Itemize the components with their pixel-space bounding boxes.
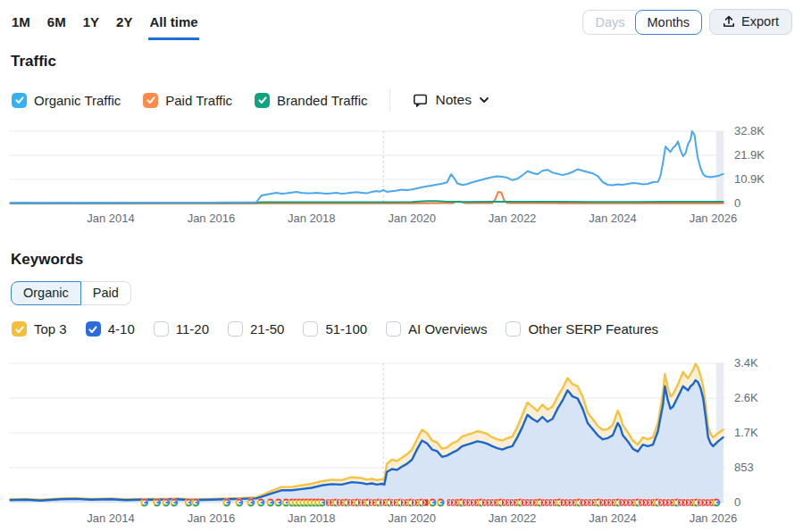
traffic-legend-label: Organic Traffic (34, 93, 121, 108)
keywords-type-toggle: OrganicPaid (11, 281, 131, 305)
x-axis-label: Jan 2024 (579, 511, 647, 525)
keywords-filter-label: 51-100 (325, 321, 367, 337)
keywords-filter-label: 21-50 (250, 321, 284, 337)
keywords-filter-label: AI Overviews (408, 321, 487, 337)
checkbox-top-3[interactable] (12, 321, 27, 337)
traffic-legend-label: Branded Traffic (277, 93, 367, 108)
y-axis-label: 0 (734, 495, 740, 509)
y-axis-label: 0 (734, 196, 740, 210)
y-axis-label: 21.9K (734, 148, 765, 162)
x-axis-label: Jan 2026 (679, 212, 747, 225)
y-axis-label: 2.6K (734, 391, 758, 404)
range-tab-1y[interactable]: 1Y (82, 12, 100, 40)
traffic-legend-paid-traffic[interactable]: Paid Traffic (143, 93, 232, 108)
keywords-filter-4-10[interactable]: 4-10 (86, 321, 135, 337)
x-axis-label: Jan 2018 (278, 212, 346, 225)
traffic-section-title: Traffic (11, 53, 56, 71)
range-tab-2y[interactable]: 2Y (115, 12, 133, 40)
serp-alert-icon[interactable] (422, 499, 429, 506)
organic-traffic-line (11, 131, 724, 203)
checkbox-ai-overviews[interactable] (386, 321, 401, 337)
keywords-filter-ai-overviews[interactable]: AI Overviews (386, 321, 487, 337)
range-tab-1m[interactable]: 1M (11, 12, 31, 40)
checkbox-51-100[interactable] (303, 321, 318, 337)
traffic-legend-items: Organic TrafficPaid TrafficBranded Traff… (12, 93, 367, 108)
granularity-toggle: Days Months (582, 10, 702, 35)
toolbar-right: Days Months Export (582, 9, 792, 35)
y-axis-label: 3.4K (734, 356, 758, 370)
keywords-filter-label: Top 3 (34, 321, 67, 337)
export-label: Export (741, 14, 779, 29)
keywords-filter-11-20[interactable]: 11-20 (154, 321, 209, 337)
keywords-section-title: Keywords (11, 251, 83, 269)
x-axis-label: Jan 2022 (479, 511, 547, 525)
notes-comment-icon (413, 93, 428, 108)
export-button[interactable]: Export (709, 9, 792, 35)
keywords-filter-row: Top 34-1011-2021-5051-100AI OverviewsOth… (12, 321, 658, 337)
traffic-chart[interactable] (0, 125, 803, 209)
y-axis-label: 32.8K (734, 124, 765, 137)
x-axis-label: Jan 2016 (177, 511, 245, 525)
x-axis-label: Jan 2018 (278, 511, 346, 525)
legend-divider (389, 88, 390, 112)
keywords-toggle-organic[interactable]: Organic (11, 281, 81, 305)
y-axis-label: 10.9K (734, 172, 765, 186)
checkbox-branded-traffic[interactable] (255, 93, 270, 108)
y-axis-label: 853 (734, 461, 754, 474)
keywords-filter-label: 11-20 (176, 321, 209, 337)
notes-label: Notes (435, 92, 472, 108)
keywords-filter-21-50[interactable]: 21-50 (228, 321, 284, 337)
traffic-legend-branded-traffic[interactable]: Branded Traffic (255, 93, 367, 108)
current-period-highlight (716, 131, 724, 204)
keywords-filter-label: Other SERP Features (528, 321, 658, 337)
x-axis-label: Jan 2022 (479, 212, 547, 225)
keywords-toggle-paid[interactable]: Paid (81, 281, 131, 305)
checkbox-4-10[interactable] (86, 321, 101, 337)
keywords-filter-label: 4-10 (108, 321, 135, 337)
notes-button[interactable]: Notes (413, 92, 489, 108)
checkbox-21-50[interactable] (228, 321, 243, 337)
chevron-down-icon (479, 95, 489, 105)
checkbox-paid-traffic[interactable] (143, 93, 158, 108)
x-axis-label: Jan 2014 (77, 511, 145, 525)
traffic-legend-organic-traffic[interactable]: Organic Traffic (12, 93, 121, 108)
y-axis-label: 1.7K (734, 426, 758, 439)
x-axis-label: Jan 2020 (378, 511, 446, 525)
traffic-legend-row: Organic TrafficPaid TrafficBranded Traff… (12, 88, 489, 112)
x-axis-label: Jan 2016 (177, 212, 245, 225)
x-axis-label: Jan 2020 (378, 212, 446, 225)
checkbox-other-serp-features[interactable] (506, 321, 521, 337)
date-range-tabs: 1M6M1Y2YAll time (11, 9, 199, 40)
keywords-filter-other-serp-features[interactable]: Other SERP Features (506, 321, 658, 337)
checkbox-organic-traffic[interactable] (12, 93, 27, 108)
export-upload-icon (723, 15, 735, 28)
keywords-filter-top-3[interactable]: Top 3 (12, 321, 67, 337)
toolbar: 1M6M1Y2YAll time Days Months Export (11, 9, 792, 39)
x-axis-label: Jan 2024 (579, 212, 647, 225)
x-axis-label: Jan 2026 (679, 511, 747, 525)
checkbox-11-20[interactable] (154, 321, 169, 337)
keywords-chart[interactable] (0, 357, 803, 511)
keywords-filter-51-100[interactable]: 51-100 (303, 321, 367, 337)
traffic-legend-label: Paid Traffic (165, 93, 232, 108)
x-axis-label: Jan 2014 (77, 212, 145, 225)
range-tab-6m[interactable]: 6M (46, 12, 67, 40)
granularity-months-button[interactable]: Months (635, 10, 703, 35)
granularity-days-button[interactable]: Days (582, 10, 636, 35)
analytics-page: 1M6M1Y2YAll time Days Months Export Traf… (0, 0, 803, 532)
range-tab-all-time[interactable]: All time (148, 12, 198, 40)
